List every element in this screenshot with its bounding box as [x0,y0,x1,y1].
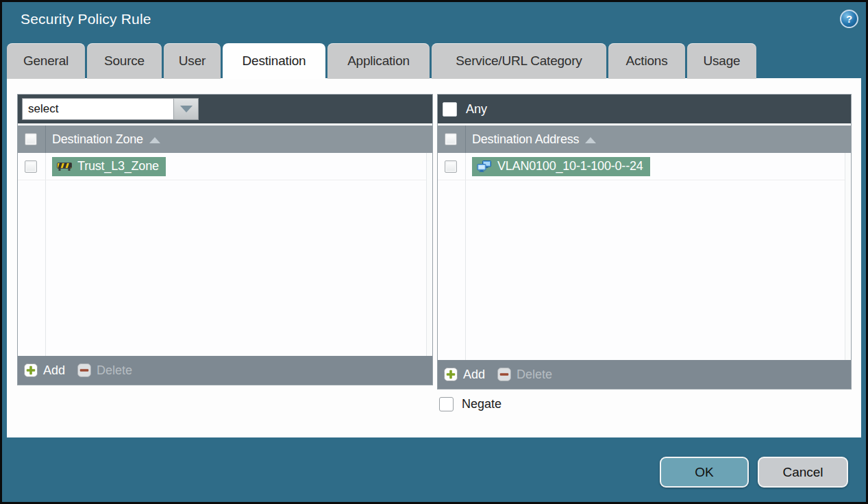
address-footer-toolbar: Add Delete [438,360,851,389]
any-label: Any [466,102,487,117]
delete-icon [77,363,91,377]
zone-add-label: Add [43,363,65,378]
chevron-down-icon [180,106,193,112]
help-icon[interactable]: ? [840,10,858,28]
zone-icon [57,160,72,171]
tab-service-url-category[interactable]: Service/URL Category [432,43,606,79]
tab-user[interactable]: User [164,43,221,79]
zone-filter-dropdown-button[interactable] [173,98,199,120]
zone-row-chip[interactable]: Trust_L3_Zone [52,157,166,176]
address-any-toolbar: Any [438,95,851,123]
zone-delete-button[interactable]: Delete [77,363,132,378]
tab-application[interactable]: Application [327,43,430,79]
address-icon [477,160,492,172]
ok-button[interactable]: OK [660,457,749,488]
tab-actions[interactable]: Actions [608,43,685,79]
zone-delete-label: Delete [97,363,132,378]
address-select-all-checkbox[interactable] [445,133,457,145]
dialog-title: Security Policy Rule [21,11,151,27]
tab-bar: General Source User Destination Applicat… [7,43,756,79]
address-row-label: VLAN0100_10-1-100-0--24 [497,159,643,173]
address-table-header: Destination Address [438,125,851,153]
tab-usage[interactable]: Usage [687,43,756,79]
divider [45,153,46,356]
divider [465,125,466,153]
scrollbar-track[interactable] [426,153,432,356]
zone-add-button[interactable]: Add [24,363,65,378]
address-delete-label: Delete [517,368,552,382]
scrollbar-track[interactable] [845,153,851,360]
add-icon [24,363,38,377]
zone-filter-toolbar [18,95,432,123]
zone-row-checkbox[interactable] [25,160,37,173]
address-column-header-label: Destination Address [472,132,579,147]
help-glyph: ? [846,13,852,25]
address-row-chip[interactable]: VLAN0100_10-1-100-0--24 [472,157,650,176]
zone-row-label: Trust_L3_Zone [77,159,159,173]
delete-icon [497,368,511,381]
table-row: VLAN0100_10-1-100-0--24 [438,153,851,180]
address-row-checkbox[interactable] [445,160,457,173]
address-column-header[interactable]: Destination Address [472,132,596,147]
destination-address-panel: Any Destination Address [437,94,852,389]
destination-tab-content: Destination Zone [7,78,861,437]
negate-row: Negate [439,397,501,411]
address-add-label: Add [463,368,485,382]
divider [465,153,466,360]
zone-filter-combo [22,98,199,120]
address-add-button[interactable]: Add [444,368,485,382]
tab-source[interactable]: Source [87,43,162,79]
zone-select-all-checkbox[interactable] [25,133,37,145]
divider [45,125,46,153]
security-policy-rule-dialog: Security Policy Rule ? General Source Us… [0,0,868,504]
destination-zone-panel: Destination Zone [17,94,433,385]
tab-destination[interactable]: Destination [223,43,325,79]
any-checkbox[interactable] [443,102,457,117]
sort-ascending-icon [585,137,596,143]
tab-general[interactable]: General [7,43,85,79]
negate-checkbox[interactable] [439,397,454,411]
zone-column-header[interactable]: Destination Zone [52,132,160,147]
address-delete-button[interactable]: Delete [497,368,552,382]
add-icon [444,368,458,381]
zone-footer-toolbar: Add Delete [18,356,432,385]
any-row: Any [443,95,487,123]
table-row: Trust_L3_Zone [18,153,432,180]
address-table-body: VLAN0100_10-1-100-0--24 [438,153,851,360]
zone-column-header-label: Destination Zone [52,132,143,147]
zone-table-header: Destination Zone [18,125,432,153]
zone-table-body: Trust_L3_Zone [18,153,432,356]
cancel-button[interactable]: Cancel [758,457,848,488]
zone-filter-input[interactable] [22,98,173,120]
negate-label: Negate [462,397,501,411]
sort-ascending-icon [149,137,160,143]
